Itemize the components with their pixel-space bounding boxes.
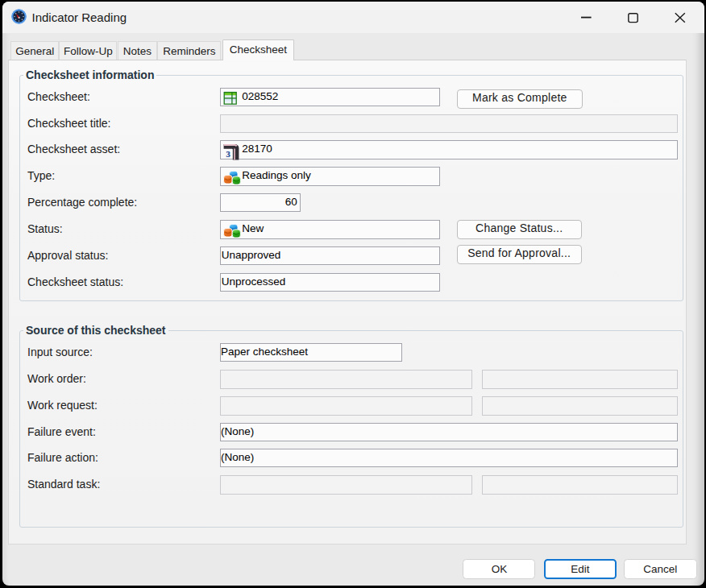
svg-text:3: 3 xyxy=(226,150,230,159)
